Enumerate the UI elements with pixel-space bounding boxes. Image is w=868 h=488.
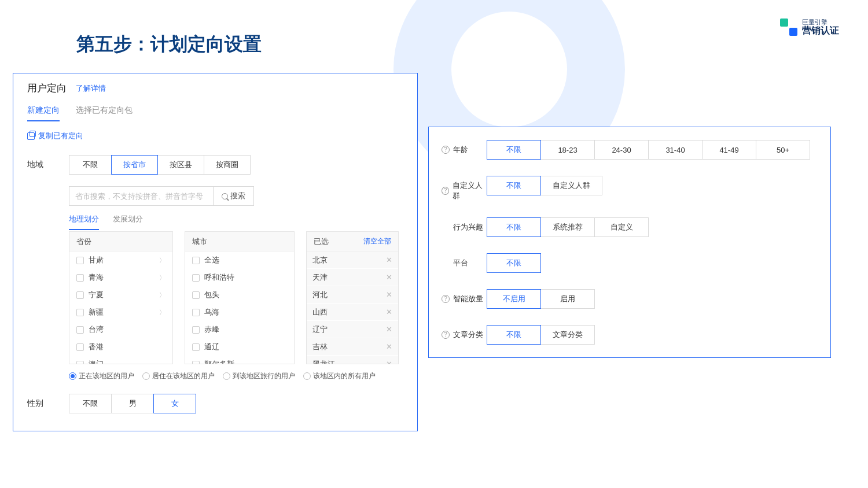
close-icon[interactable]: ✕ [386,308,392,316]
age-31-40[interactable]: 31-40 [648,140,703,160]
checkbox-icon[interactable] [76,309,84,316]
tab-new-targeting[interactable]: 新建定向 [27,105,60,121]
article-unlimited[interactable]: 不限 [487,325,541,345]
region-opt-province[interactable]: 按省市 [111,155,158,175]
detail-link[interactable]: 了解详情 [76,83,106,94]
list-item[interactable]: 澳门 [69,356,172,364]
checkbox-icon[interactable] [192,257,200,264]
logo-icon [780,19,797,36]
search-button[interactable]: 搜索 [213,186,254,206]
checkbox-icon[interactable] [76,361,84,364]
help-icon[interactable]: ? [442,295,450,303]
radio-icon [142,372,150,380]
chevron-right-icon: 〉 [159,308,165,317]
province-name: 宁夏 [89,290,104,300]
checkbox-icon[interactable] [192,291,200,299]
close-icon[interactable]: ✕ [386,273,392,282]
smart-enabled[interactable]: 启用 [540,289,595,309]
selected-item: 山西✕ [307,304,398,321]
gender-unlimited[interactable]: 不限 [69,394,112,413]
list-item[interactable]: 乌海 [185,304,294,321]
selected-name: 黑龙江 [312,359,335,364]
list-item[interactable]: 新疆〉 [69,304,172,321]
age-24-30[interactable]: 24-30 [594,140,649,160]
platform-unlimited[interactable]: 不限 [487,253,541,273]
checkbox-icon[interactable] [192,309,200,316]
platform-label: 平台 [453,258,468,268]
list-item[interactable]: 台湾 [69,321,172,338]
help-icon[interactable]: ? [442,331,450,339]
list-item[interactable]: 宁夏〉 [69,286,172,304]
list-item[interactable]: 呼和浩特 [185,269,294,286]
article-category[interactable]: 文章分类 [540,325,595,345]
search-button-label: 搜索 [230,191,245,201]
cp-custom[interactable]: 自定义人群 [540,176,602,195]
checkbox-icon[interactable] [76,274,84,282]
copy-existing-link[interactable]: 复制已有定向 [27,131,403,141]
checkbox-icon[interactable] [192,274,200,282]
city-name: 通辽 [204,342,219,352]
list-item[interactable]: 青海〉 [69,269,172,286]
int-unlimited[interactable]: 不限 [487,217,541,237]
clear-all-link[interactable]: 清空全部 [363,236,391,246]
selected-item: 吉林✕ [307,338,398,356]
radio-option[interactable]: 到该地区旅行的用户 [223,371,295,381]
brand-logo: 巨量引擎 营销认证 [780,19,839,36]
list-item[interactable]: 甘肃〉 [69,252,172,269]
list-item[interactable]: 赤峰 [185,321,294,338]
region-opt-unlimited[interactable]: 不限 [69,155,112,175]
radio-label: 正在该地区的用户 [79,371,134,381]
list-item[interactable]: 全选 [185,252,294,269]
targeting-options-panel: ?年龄 不限 18-23 24-30 31-40 41-49 50+ ?自定义人… [428,127,831,358]
help-icon[interactable]: ? [442,146,450,154]
close-icon[interactable]: ✕ [386,360,392,364]
tab-existing-package[interactable]: 选择已有定向包 [76,105,133,121]
age-41-49[interactable]: 41-49 [702,140,756,160]
close-icon[interactable]: ✕ [386,256,392,264]
province-head: 省份 [76,236,91,247]
checkbox-icon[interactable] [192,361,200,364]
city-name: 包头 [204,290,219,300]
gender-female[interactable]: 女 [153,394,196,413]
custom-people-label: 自定义人群 [453,180,487,201]
region-label: 地域 [27,155,69,170]
int-custom[interactable]: 自定义 [594,217,649,237]
gender-male[interactable]: 男 [111,394,154,413]
checkbox-icon[interactable] [192,343,200,351]
checkbox-icon[interactable] [76,326,84,334]
help-icon[interactable]: ? [442,187,449,195]
radio-option[interactable]: 该地区内的所有用户 [303,371,376,381]
search-input[interactable] [69,186,213,206]
smart-disabled[interactable]: 不启用 [487,289,541,309]
selected-item: 北京✕ [307,252,398,269]
cp-unlimited[interactable]: 不限 [487,176,541,195]
chevron-right-icon: 〉 [159,256,165,265]
region-opt-business[interactable]: 按商圈 [204,155,251,175]
age-50plus[interactable]: 50+ [756,140,810,160]
checkbox-icon[interactable] [76,257,84,264]
region-opt-district[interactable]: 按区县 [157,155,204,175]
close-icon[interactable]: ✕ [386,342,392,351]
close-icon[interactable]: ✕ [386,325,392,334]
radio-label: 到该地区旅行的用户 [233,371,295,381]
province-name: 香港 [89,342,104,352]
chevron-right-icon: 〉 [159,273,165,282]
checkbox-icon[interactable] [76,291,84,299]
radio-option[interactable]: 居住在该地区的用户 [142,371,215,381]
city-name: 赤峰 [204,324,219,335]
inner-tab-dev[interactable]: 发展划分 [113,214,143,230]
checkbox-icon[interactable] [192,326,200,334]
list-item[interactable]: 香港 [69,338,172,356]
list-item[interactable]: 包头 [185,286,294,304]
close-icon[interactable]: ✕ [386,290,392,299]
checkbox-icon[interactable] [76,343,84,351]
age-unlimited[interactable]: 不限 [487,140,541,160]
province-name: 青海 [89,272,104,283]
age-18-23[interactable]: 18-23 [540,140,595,160]
selected-name: 北京 [312,255,328,265]
radio-option[interactable]: 正在该地区的用户 [69,371,134,381]
inner-tab-geo[interactable]: 地理划分 [69,214,99,230]
list-item[interactable]: 通辽 [185,338,294,356]
list-item[interactable]: 鄂尔多斯 [185,356,294,364]
int-system[interactable]: 系统推荐 [540,217,595,237]
